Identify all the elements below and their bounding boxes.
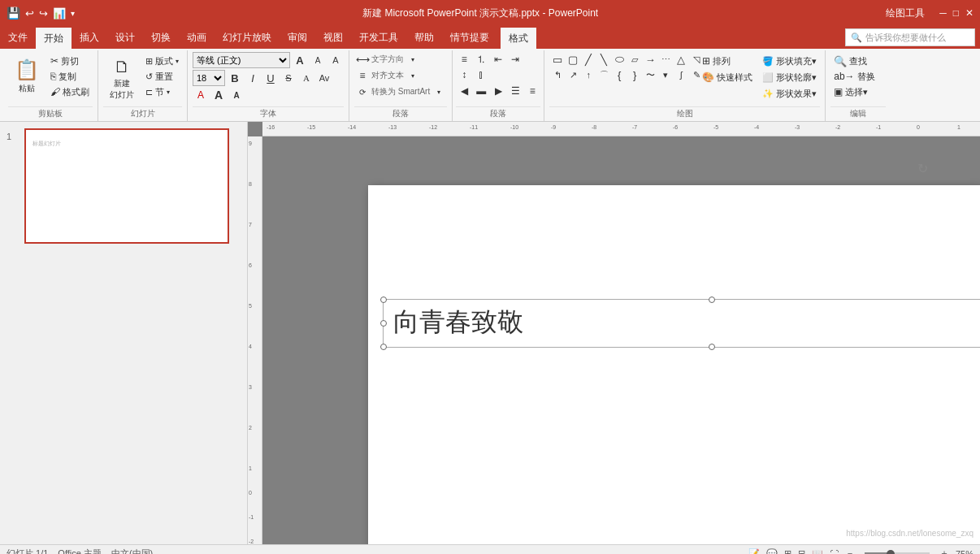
minimize-button[interactable]: ─ [939, 7, 947, 19]
distributed-button[interactable]: ≡ [524, 84, 540, 98]
shape-curved[interactable]: ⌒ [596, 67, 612, 82]
align-right-button[interactable]: ▶ [490, 84, 506, 98]
search-box[interactable]: 🔍 告诉我你想要做什么 [845, 28, 975, 46]
align-text-button[interactable]: ≡ [354, 68, 371, 83]
shape-line1[interactable]: ╱ [580, 52, 596, 67]
tab-shitu[interactable]: 视图 [315, 26, 351, 49]
shape-more2[interactable]: ▾ [657, 67, 674, 82]
new-slide-button[interactable]: 🗋 新建幻灯片 [103, 52, 141, 103]
decrease-indent-button[interactable]: ⇤ [490, 52, 506, 67]
tab-geshi[interactable]: 格式 [501, 26, 536, 49]
normal-view-button[interactable]: ⊞ [784, 548, 791, 554]
tab-kaishi[interactable]: 开始 [36, 26, 72, 49]
tab-qiehuan[interactable]: 切换 [143, 26, 179, 49]
rotate-handle[interactable]: ↻ [917, 161, 928, 176]
increase-indent-button[interactable]: ⇥ [507, 52, 523, 67]
select-button[interactable]: ▣ 选择▾ [830, 84, 886, 99]
align-left-button[interactable]: ◀ [456, 84, 472, 98]
justify-button[interactable]: ☰ [507, 84, 523, 98]
tab-sheji[interactable]: 设计 [107, 26, 143, 49]
char-spacing-button[interactable]: Av [316, 71, 332, 85]
slide-text-content[interactable]: 向青春致敬 [384, 300, 980, 344]
tab-shenyue[interactable]: 审阅 [280, 26, 315, 49]
shape-fill-button[interactable]: 🪣 形状填充▾ [759, 54, 820, 68]
increase-font-button[interactable]: A [292, 53, 308, 67]
arrange-button[interactable]: ⊞ 排列 [699, 54, 756, 68]
shape-wave[interactable]: 〜 [642, 67, 658, 82]
shape-line2[interactable]: ╲ [596, 52, 612, 67]
resize-handle-bc[interactable] [709, 344, 715, 350]
tab-donghua[interactable]: 动画 [179, 26, 215, 49]
cut-button[interactable]: ✂ 剪切 [47, 54, 93, 68]
zoom-out-button[interactable]: － [845, 547, 855, 554]
notes-button[interactable]: 📝 [748, 548, 760, 554]
shape-effects-button[interactable]: ✨ 形状效果▾ [759, 86, 820, 101]
tab-wenjian[interactable]: 文件 [0, 26, 36, 49]
replace-button[interactable]: ab→ 替换 [830, 69, 886, 84]
textbox-selected[interactable]: 向青春致敬 [383, 299, 980, 348]
reset-button[interactable]: ↺ 重置 [142, 69, 182, 84]
shape-uarrow[interactable]: ↑ [580, 67, 596, 82]
resize-handle-tl[interactable] [380, 296, 387, 303]
close-button[interactable]: ✕ [965, 7, 973, 19]
line-spacing-button[interactable]: ↕ [456, 67, 472, 82]
shape-outline-button[interactable]: ⬜ 形状轮廓▾ [759, 70, 820, 84]
paste-button[interactable]: 📋 粘贴 [8, 52, 46, 101]
redo-icon[interactable]: ↪ [39, 7, 48, 19]
tab-kaifa[interactable]: 开发工具 [351, 26, 406, 49]
tab-charu[interactable]: 插入 [72, 26, 107, 49]
font-size-decrease2[interactable]: A [228, 88, 245, 102]
undo-icon[interactable]: ↩ [25, 7, 34, 19]
font-color-button[interactable]: A [193, 88, 209, 102]
quick-styles-button[interactable]: 🎨 快速样式 [699, 70, 756, 84]
decrease-font-button[interactable]: A [310, 53, 326, 67]
tab-qingjie[interactable]: 情节提要 [442, 26, 497, 49]
zoom-level[interactable]: 75% [956, 549, 973, 555]
zoom-in-button[interactable]: ＋ [939, 547, 949, 554]
resize-handle-ml[interactable] [380, 320, 387, 327]
bullet-list-button[interactable]: ≡ [456, 52, 472, 67]
shape-freeform[interactable]: ∫ [673, 67, 689, 82]
text-direction-button[interactable]: ⟷ [354, 52, 371, 67]
find-button[interactable]: 🔍 查找 [830, 54, 886, 68]
slide-thumbnail-1[interactable]: 标题幻灯片 [24, 128, 229, 244]
strikethrough-button[interactable]: S [280, 71, 297, 85]
columns-button[interactable]: ⫿ [473, 67, 489, 82]
bold-button[interactable]: B [227, 71, 243, 85]
font-name-select[interactable]: 等线 (正文) [193, 52, 290, 68]
shape-rounded[interactable]: ▢ [565, 52, 581, 67]
reading-view-button[interactable]: 📖 [812, 548, 823, 554]
shape-brace[interactable]: { [611, 67, 627, 82]
shape-arrow[interactable]: → [642, 52, 658, 67]
numbered-list-button[interactable]: ⒈ [473, 52, 489, 67]
maximize-button[interactable]: □ [953, 7, 959, 19]
section-button[interactable]: ⊏ 节 ▾ [142, 84, 182, 99]
shape-rect[interactable]: ▭ [549, 52, 566, 67]
font-size-increase2[interactable]: A [210, 88, 227, 102]
tab-bangzhu[interactable]: 帮助 [406, 26, 442, 49]
align-text-dropdown[interactable]: ▾ [405, 68, 421, 83]
smartart-dropdown[interactable]: ▾ [431, 84, 447, 99]
shape-more[interactable]: ⋯ [657, 52, 674, 67]
save-icon[interactable]: 💾 [7, 6, 20, 19]
shape-bentarrow[interactable]: ↰ [549, 67, 566, 82]
comments-button[interactable]: 💬 [766, 548, 778, 554]
slide-sorter-button[interactable]: ⊟ [798, 548, 805, 554]
text-direction-dropdown[interactable]: ▾ [405, 52, 421, 67]
font-size-select[interactable]: 18 [193, 70, 225, 86]
smartart-button[interactable]: ⟳ [354, 84, 371, 99]
clear-format-button[interactable]: A [327, 53, 344, 67]
format-brush-button[interactable]: 🖌 格式刷 [47, 84, 93, 99]
shape-circle[interactable]: ⬭ [611, 52, 627, 67]
slide-main[interactable]: ↻ [262, 136, 980, 544]
copy-button[interactable]: ⎘ 复制 [47, 69, 93, 84]
present-icon[interactable]: 📊 [53, 7, 66, 19]
shape-connector[interactable]: ↗ [565, 67, 581, 82]
layout-button[interactable]: ⊞ 版式 ▾ [142, 54, 182, 68]
slide-item-1[interactable]: 1 标题幻灯片 [7, 128, 241, 244]
resize-handle-bl[interactable] [380, 344, 387, 350]
italic-button[interactable]: I [245, 71, 261, 85]
search-placeholder[interactable]: 告诉我你想要做什么 [865, 32, 946, 44]
resize-handle-tc[interactable] [709, 296, 715, 303]
shape-parallelogram[interactable]: ▱ [627, 52, 643, 67]
